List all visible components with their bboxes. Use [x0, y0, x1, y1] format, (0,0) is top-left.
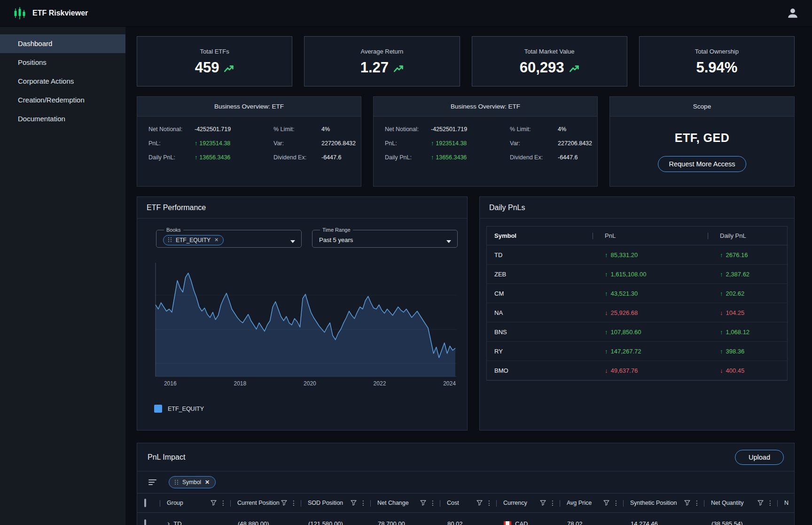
filter-funnel-icon[interactable]: [757, 500, 764, 506]
cell-current-position: (48,880.00): [230, 520, 301, 525]
symbol-cell: TD: [487, 251, 593, 259]
arrow-down-icon: ↓: [605, 309, 608, 316]
impact-header-row: Group⋮Current Position⋮SOD Position⋮Net …: [137, 493, 794, 513]
value-cell: ↑147,267.72: [593, 348, 708, 355]
sidebar-item-documentation[interactable]: Documentation: [0, 110, 125, 128]
daily-pnls-table-header: SymbolPnLDaily PnL: [487, 227, 787, 245]
column-menu-icon[interactable]: ⋮: [220, 500, 226, 506]
pnl-impact-header: PnL Impact Upload: [137, 443, 794, 471]
column-header-daily-pnl[interactable]: Daily PnL: [708, 227, 787, 245]
arrow-up-icon: ↑: [431, 140, 434, 147]
column-menu-icon[interactable]: ⋮: [429, 500, 436, 506]
column-header-avg-price[interactable]: Avg Price⋮: [560, 494, 623, 512]
trend-up-icon: [224, 65, 234, 72]
sidebar-item-creation-redemption[interactable]: Creation/Redemption: [0, 91, 125, 110]
scope-value: ETF, GED: [675, 131, 730, 145]
request-more-access-button[interactable]: Request More Access: [658, 156, 746, 172]
select-all-checkbox[interactable]: [144, 499, 146, 507]
metric-value: -4252501.719: [195, 126, 273, 133]
legend-label: ETF_EQUITY: [168, 406, 204, 412]
column-header-net-change[interactable]: Net Change⋮: [370, 494, 440, 512]
chevron-down-icon[interactable]: [446, 240, 451, 243]
time-range-label: Time Range: [320, 227, 353, 233]
arrow-up-icon: ↑: [195, 154, 197, 161]
table-row[interactable]: ›TD(48,880.00)(121,580.00)78,700.0080.02…: [137, 513, 794, 525]
filter-funnel-icon[interactable]: [540, 500, 546, 506]
sidebar-item-positions[interactable]: Positions: [0, 53, 125, 72]
value-cell: ↓49,637.76: [593, 367, 708, 374]
column-menu-icon[interactable]: ⋮: [694, 500, 700, 506]
books-chip-label: ETF_EQUITY: [176, 237, 211, 243]
group-by-symbol-chip[interactable]: Symbol ✕: [169, 476, 216, 488]
column-menu-icon[interactable]: ⋮: [767, 500, 773, 506]
value-cell: ↑107,850.60: [593, 329, 708, 336]
books-select[interactable]: Books ETF_EQUITY ✕: [156, 227, 302, 248]
column-header-n[interactable]: N: [777, 494, 794, 512]
chip-close-icon[interactable]: ✕: [214, 237, 219, 243]
filter-funnel-icon[interactable]: [420, 500, 426, 506]
metric-value: -6447.6: [558, 154, 592, 161]
row-checkbox[interactable]: [144, 519, 146, 525]
metric-label: Var:: [510, 140, 558, 147]
cell-cost: 80.02: [440, 520, 496, 525]
column-header-symbol[interactable]: Symbol: [487, 227, 593, 245]
upload-button[interactable]: Upload: [735, 450, 784, 465]
pnl-impact-title: PnL Impact: [148, 453, 185, 462]
column-header-pnl[interactable]: PnL: [593, 227, 708, 245]
books-chip[interactable]: ETF_EQUITY ✕: [163, 235, 224, 245]
column-menu-icon[interactable]: ⋮: [549, 500, 556, 506]
x-tick-label: 2022: [374, 380, 386, 387]
symbol-cell: ZEB: [487, 271, 593, 278]
drag-handle-icon[interactable]: [175, 480, 179, 485]
value-cell: ↑1,615,108.00: [593, 271, 708, 278]
sidebar-item-dashboard[interactable]: Dashboard: [0, 34, 125, 53]
metric-label: % Limit:: [273, 126, 321, 133]
column-header-net-quantity[interactable]: Net Quantity⋮: [704, 494, 777, 512]
column-menu-icon[interactable]: ⋮: [360, 500, 367, 506]
sidebar-item-corporate-actions[interactable]: Corporate Actions: [0, 72, 125, 91]
symbol-cell: BMO: [487, 367, 593, 374]
filter-funnel-icon[interactable]: [351, 500, 357, 506]
x-tick-label: 2018: [234, 380, 246, 387]
chip-close-icon[interactable]: ✕: [205, 479, 210, 486]
row-groups-menu-icon[interactable]: [148, 479, 156, 485]
arrow-down-icon: ↓: [605, 367, 608, 374]
charts-row: ETF Performance Books ETF_EQUITY ✕: [137, 196, 795, 431]
time-range-select[interactable]: Time Range Past 5 years: [312, 227, 458, 248]
trend-up-icon: [394, 65, 404, 72]
arrow-up-icon: ↑: [605, 251, 608, 259]
sidebar-nav: DashboardPositionsCorporate ActionsCreat…: [0, 27, 125, 525]
filter-funnel-icon[interactable]: [211, 500, 217, 506]
arrow-up-icon: ↑: [720, 348, 723, 355]
filter-funnel-icon[interactable]: [684, 500, 690, 506]
stat-card-average-return: Average Return1.27: [304, 36, 460, 86]
cell-net-quantity: (38,585.54): [704, 520, 777, 525]
user-profile-icon[interactable]: [787, 7, 799, 19]
scope-title: Scope: [693, 103, 711, 110]
impact-table-body: ›TD(48,880.00)(121,580.00)78,700.0080.02…: [137, 513, 794, 525]
filter-funnel-icon[interactable]: [476, 500, 483, 506]
column-header-cost[interactable]: Cost⋮: [440, 494, 496, 512]
column-menu-icon[interactable]: ⋮: [486, 500, 492, 506]
main-content: Total ETFs459Average Return1.27Total Mar…: [125, 27, 812, 525]
column-menu-icon[interactable]: ⋮: [613, 500, 619, 506]
drag-handle-icon[interactable]: [168, 237, 172, 243]
arrow-up-icon: ↑: [720, 329, 723, 336]
etf-performance-header: ETF Performance: [137, 197, 467, 219]
filter-funnel-icon[interactable]: [603, 500, 609, 506]
column-header-synthetic-position[interactable]: Synthetic Position⋮: [623, 494, 704, 512]
stat-label: Total ETFs: [200, 48, 229, 55]
column-menu-icon[interactable]: ⋮: [290, 500, 297, 506]
chevron-down-icon[interactable]: [290, 240, 295, 243]
pnl-impact-panel: PnL Impact Upload Symbol ✕ Group⋮Current…: [137, 443, 795, 525]
column-header-sod-position[interactable]: SOD Position⋮: [301, 494, 370, 512]
filter-funnel-icon[interactable]: [281, 500, 287, 506]
metric-label: Net Notional:: [148, 126, 195, 133]
column-header-group[interactable]: Group⋮: [160, 494, 230, 512]
daily-pnls-table-body: TD↑85,331.20↑2676.16ZEB↑1,615,108.00↑2,3…: [487, 245, 787, 380]
column-header-current-position[interactable]: Current Position⋮: [230, 494, 301, 512]
expand-row-icon[interactable]: ›: [167, 520, 170, 525]
column-header-currency[interactable]: Currency⋮: [496, 494, 560, 512]
metric-label: PnL:: [148, 140, 195, 147]
app-title: ETF Riskviewer: [32, 9, 88, 17]
